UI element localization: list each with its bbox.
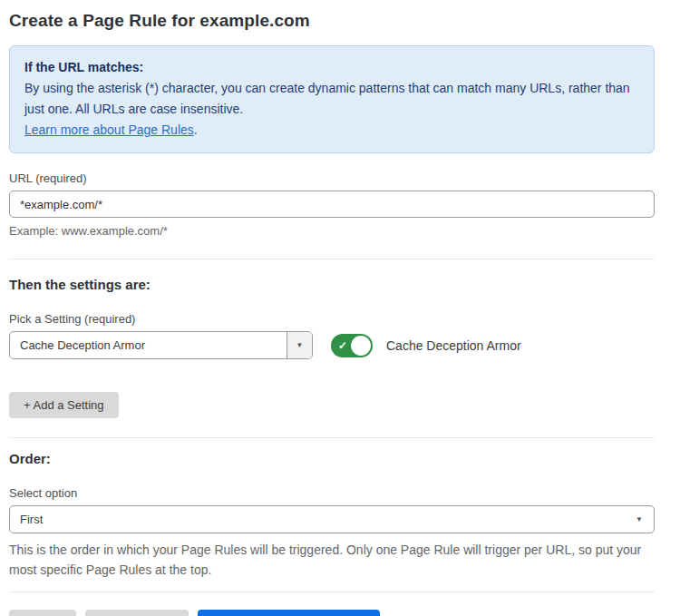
url-label: URL (required) [9, 171, 655, 185]
page-title: Create a Page Rule for example.com [9, 11, 655, 31]
setting-row: Cache Deception Armor ▼ ✓ Cache Deceptio… [9, 331, 655, 359]
check-icon: ✓ [338, 340, 347, 351]
order-select-arrow: ▼ [636, 506, 654, 533]
url-matches-callout: If the URL matches: By using the asteris… [9, 45, 655, 153]
callout-link-line: Learn more about Page Rules. [24, 120, 639, 141]
order-select-value: First [10, 506, 636, 533]
setting-select[interactable]: Cache Deception Armor ▼ [9, 331, 313, 359]
chevron-down-icon: ▼ [296, 342, 304, 349]
cancel-button[interactable]: Cancel [9, 610, 76, 616]
setting-toggle[interactable]: ✓ [331, 334, 373, 357]
chevron-down-icon: ▼ [636, 516, 643, 523]
setting-select-value: Cache Deception Armor [10, 332, 287, 358]
save-and-deploy-button[interactable]: Save and Deploy Page Rule [198, 610, 381, 616]
page-rule-form: Create a Page Rule for example.com If th… [0, 0, 680, 616]
pick-setting-label: Pick a Setting (required) [9, 312, 655, 326]
order-heading: Order: [9, 451, 655, 466]
divider [9, 259, 655, 259]
learn-more-link[interactable]: Learn more about Page Rules [24, 122, 194, 137]
order-select-label: Select option [9, 486, 655, 500]
divider [9, 592, 655, 592]
link-suffix: . [194, 122, 198, 137]
setting-select-arrow-button[interactable]: ▼ [287, 332, 312, 358]
save-as-draft-button[interactable]: Save as Draft [85, 610, 189, 616]
callout-body: By using the asterisk (*) character, you… [24, 78, 639, 120]
divider [9, 437, 655, 438]
callout-heading: If the URL matches: [24, 57, 639, 78]
settings-heading: Then the settings are: [9, 277, 655, 292]
order-select[interactable]: First ▼ [9, 505, 655, 533]
setting-toggle-label: Cache Deception Armor [386, 338, 521, 353]
order-helper-text: This is the order in which your Page Rul… [9, 540, 655, 580]
add-setting-button[interactable]: + Add a Setting [9, 392, 119, 418]
toggle-knob [351, 336, 371, 356]
url-input[interactable] [9, 191, 655, 218]
url-helper: Example: www.example.com/* [9, 224, 655, 238]
footer-actions: Cancel Save as Draft Save and Deploy Pag… [9, 610, 655, 616]
